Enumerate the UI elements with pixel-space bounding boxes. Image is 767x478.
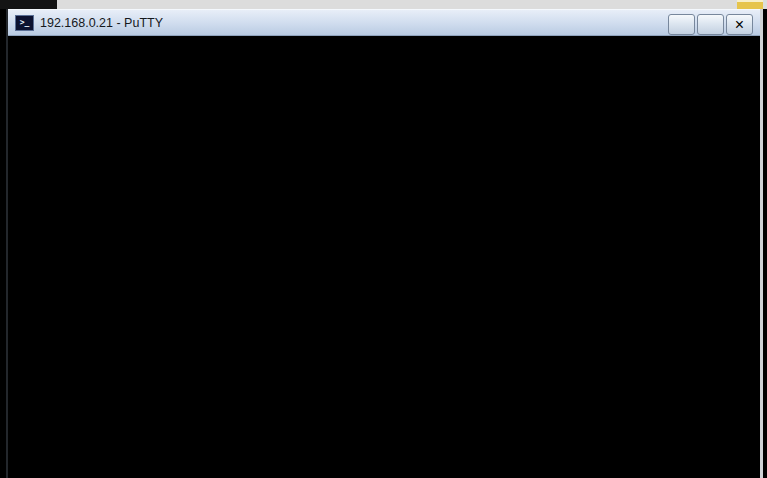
cell-mem: 0.5 — [263, 324, 285, 341]
cell-pid: 78 — [8, 252, 26, 269]
fnkey-label: Kill — [518, 414, 544, 431]
cell-res: 256 — [156, 288, 183, 305]
cell-res: 9 — [170, 144, 179, 161]
screen: >_ 192.168.0.21 - PuTTY × CPU[|||||||| 1… — [0, 0, 767, 478]
cell-cmd: /opt/qobuz-connect/qobuz-co — [376, 162, 582, 179]
cell-virt: 868 — [116, 198, 143, 215]
cell-time: 0:00.00 — [319, 162, 372, 179]
fnkey-number: F3 — [129, 414, 148, 431]
fnkey-number: F1 — [8, 414, 27, 431]
cell-mem: 0.2 — [242, 396, 264, 413]
process-row[interactable]: 1 root 20 0 2432 804 720 S 0.0 0.4 0:00.… — [8, 360, 760, 378]
cell-virt: 2 — [107, 270, 116, 287]
cell-res: 312 — [179, 180, 206, 197]
cell-res: 1 — [147, 252, 156, 269]
fnkey-number: F6 — [308, 414, 327, 431]
process-row[interactable]: 159 root 20 0 2084 860 768 S 0.0 0.4 0:0… — [8, 342, 760, 360]
cell-s: S — [209, 342, 220, 359]
cell-virt: 2 — [89, 360, 98, 377]
cell-pri: 5 — [80, 162, 89, 179]
cell-mem: 0.7 — [278, 234, 300, 251]
fnkey-setup[interactable]: F2Setup — [64, 414, 129, 431]
process-row[interactable]: 78 root 35 15 3068 1396 1224 S 0.0 0.6 0… — [8, 252, 760, 270]
cell-res: 1 — [138, 306, 146, 323]
cell-s: S — [200, 396, 211, 413]
sort-column-mem[interactable]: MEM%- — [323, 108, 380, 125]
cell-cmd: /opt/qobuz-connect/qobuz-co — [376, 144, 582, 161]
cell-virt: 084 — [116, 342, 143, 359]
process-row[interactable]: 155 avahi 20 0 2940 1900 1676 S 0.0 0.8 … — [8, 216, 760, 234]
cell-ni: 0 — [93, 342, 102, 359]
process-row[interactable]: 377 root 20 0 2868 2228 1564 R 0.7 1.0 0… — [8, 198, 760, 216]
fnkey-nice-[interactable]: F8Nice + — [435, 414, 499, 431]
cell-cpu: 0.7 — [243, 198, 265, 215]
minimize-button[interactable] — [668, 14, 695, 35]
cell-cmd: init — [318, 360, 338, 377]
background-window-fragment — [0, 0, 57, 9]
cell-pid: 111 — [8, 324, 32, 341]
cell-cpu: 0.0 — [224, 378, 246, 395]
cell-shr: 1 — [196, 234, 205, 251]
title-bar[interactable]: >_ 192.168.0.21 - PuTTY × — [8, 9, 760, 36]
cell-virt: 2 — [116, 234, 125, 251]
fnkey-nice-[interactable]: F7Nice - — [375, 414, 435, 431]
cell-cpu: 0.0 — [241, 270, 263, 287]
process-row[interactable]: 2817 root 5 -15 33084 9312 5564 S 0.0 4.… — [8, 144, 760, 162]
process-row[interactable]: 145 root 20 0 2432 516 436 S 0.0 0.2 0:0… — [8, 378, 760, 396]
process-row[interactable]: 111 dbus 20 0 2544 1140 968 S 0.0 0.5 0:… — [8, 324, 760, 342]
cell-shr: 1 — [187, 252, 196, 269]
fnkey-sortby[interactable]: F6SortBy — [308, 414, 375, 431]
cell-pri: 20 — [71, 288, 89, 305]
cell-virt: 668 — [125, 234, 152, 251]
process-row[interactable]: 326 root 20 0 2432 1256 1148 S 0.0 0.5 0… — [8, 288, 760, 306]
process-row[interactable]: 301 root 20 0 2084 1360 1172 S 0.0 0.6 0… — [8, 270, 760, 288]
fnkey-quit[interactable]: F10Quit — [544, 414, 601, 431]
fnkey-kill[interactable]: F9Kill — [500, 414, 544, 431]
cell-cmd: /usr/sbin/lighttpd -f /etc/ — [362, 234, 527, 251]
process-row[interactable]: 2818 root 5 -15 33084 9312 5564 S 0.0 4.… — [8, 162, 760, 180]
cell-virt: 2 — [98, 396, 107, 413]
uptime-label: Uptime: — [101, 72, 161, 89]
cell-ni: 0 — [104, 216, 113, 233]
cell-res: 396 — [156, 252, 183, 269]
close-button[interactable]: × — [726, 14, 753, 35]
cell-user: root — [39, 234, 71, 251]
cell-ni: -15 — [93, 144, 116, 161]
cell-time: 0:00.00 — [278, 378, 331, 395]
cell-pid: 1 — [8, 360, 17, 377]
cell-time: 0:00.46 — [306, 216, 359, 233]
cell-virt: 084 — [139, 162, 166, 179]
process-row[interactable]: 2855 root 5 -15 33084 9312 5564 S 4.0 4.… — [8, 180, 760, 198]
process-row[interactable]: 2812 root 5 -15 33084 9312 5564 S 9.3 4.… — [8, 126, 760, 144]
cell-user: root — [39, 288, 71, 305]
cell-ni: 0 — [93, 378, 102, 395]
mem-meter-label: Mem — [8, 54, 44, 71]
cell-virt: 432 — [116, 288, 143, 305]
cell-mem: 1.0 — [270, 198, 292, 215]
process-list: 2812 root 5 -15 33084 9312 5564 S 9.3 4.… — [8, 126, 760, 414]
cell-mem: 0.5 — [250, 306, 272, 323]
cell-s: S — [226, 288, 237, 305]
cell-shr: 5 — [210, 162, 219, 179]
tab-io[interactable]: I/O — [47, 90, 68, 107]
swap-meter-value: 0K/0K — [48, 72, 92, 89]
cell-cmd: /usr/sbin/dropbear -R -B -2 — [352, 270, 541, 287]
process-row[interactable]: 95 root 20 0 2564 1156 996 S 0.0 0.5 0:0… — [8, 306, 760, 324]
fnkey-search[interactable]: F3Search — [129, 414, 198, 431]
process-row[interactable]: 163 root 35 15 2668 1504 1004 S 0.0 0.7 … — [8, 234, 760, 252]
cell-ni: 15 — [85, 252, 103, 269]
fnkey-help[interactable]: F1Help — [8, 414, 64, 431]
cell-mem: 0.8 — [279, 216, 301, 233]
fnkey-filter[interactable]: F4Filter — [198, 414, 252, 431]
maximize-button[interactable] — [697, 14, 724, 35]
cell-res: 9 — [170, 126, 179, 143]
table-header-row[interactable]: PID USER PRI NI VIRT RES SHR S CPU% MEM%… — [8, 108, 760, 126]
tab-main[interactable]: Main — [8, 90, 47, 107]
process-row[interactable]: 71 root 20 0 2432 412 332 S 0.0 0.2 0:00… — [8, 396, 760, 414]
fnkey-label: SortBy — [327, 414, 375, 431]
terminal[interactable]: CPU[|||||||| 14.0%] Tasks: 13, 3 thr, 28… — [8, 36, 760, 432]
cell-cmd: -sh — [352, 288, 374, 305]
cell-cmd: dbus-daemon --system — [348, 324, 512, 341]
fnkey-tree[interactable]: F5Tree — [253, 414, 308, 431]
text-segment: running — [321, 36, 379, 53]
